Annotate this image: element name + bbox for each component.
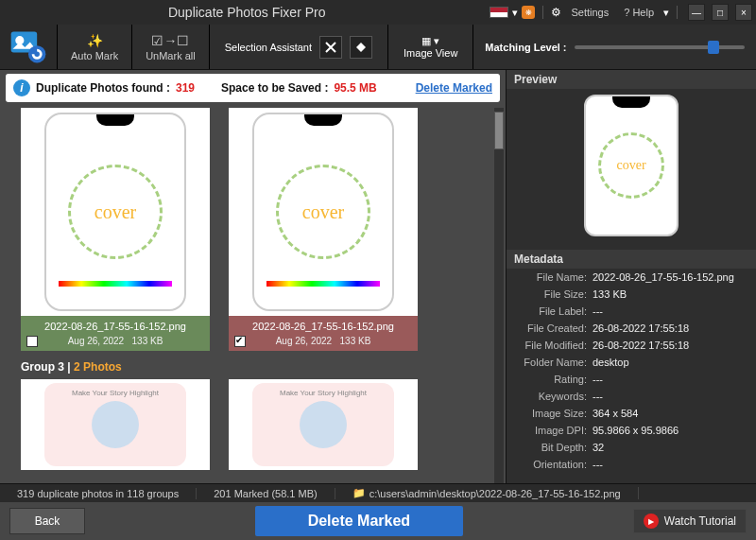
meta-val: --- bbox=[593, 391, 603, 402]
settings-button[interactable]: Settings bbox=[565, 5, 614, 20]
group-header: Group 3 | 2 Photos bbox=[21, 360, 498, 374]
meta-key: File Modified: bbox=[512, 340, 593, 351]
play-icon: ▶ bbox=[644, 514, 659, 529]
status-bar: 319 duplicate photos in 118 groups 201 M… bbox=[0, 483, 756, 502]
meta-val: 133 KB bbox=[593, 288, 627, 300]
meta-key: Folder Name: bbox=[512, 357, 593, 368]
photo-thumbnail[interactable]: cover bbox=[229, 108, 418, 316]
titlebar-right: ▾ ❋ ⚙ Settings ? Help ▾ — □ × bbox=[490, 4, 752, 21]
unmark-all-label: UnMark all bbox=[146, 50, 196, 61]
preview-box: cover bbox=[507, 89, 756, 250]
image-view-label: Image View bbox=[404, 47, 457, 59]
meta-key: File Created: bbox=[512, 322, 593, 334]
svg-point-2 bbox=[28, 45, 45, 62]
photo-card[interactable]: cover 2022-08-26_17-55-16-152.png Aug 26… bbox=[21, 108, 210, 351]
maximize-button[interactable]: □ bbox=[712, 4, 729, 21]
slider-thumb[interactable] bbox=[708, 41, 719, 54]
selection-assistant-label: Selection Assistant bbox=[225, 42, 312, 53]
meta-val: --- bbox=[593, 305, 603, 317]
matching-level-slider[interactable] bbox=[575, 45, 745, 49]
meta-val: --- bbox=[593, 459, 603, 470]
photo-filename: 2022-08-26_17-55-16-152.png bbox=[44, 321, 186, 332]
meta-val: 26-08-2022 17:55:18 bbox=[593, 322, 689, 334]
thumb-text: Make Your Story Highlight bbox=[280, 389, 367, 397]
help-dropdown-icon[interactable]: ▾ bbox=[663, 7, 669, 19]
watch-tutorial-label: Watch Tutorial bbox=[664, 514, 736, 528]
status-marked: 201 Marked (58.1 MB) bbox=[197, 488, 335, 499]
gear-icon: ⚙ bbox=[551, 6, 561, 19]
select-checkbox[interactable] bbox=[26, 336, 38, 347]
matching-level-control: Matching Level : bbox=[473, 25, 756, 69]
wand-icon: ✨ bbox=[87, 33, 103, 48]
auto-mark-label: Auto Mark bbox=[71, 50, 118, 61]
toolbar: ✨ Auto Mark ☑→☐ UnMark all Selection Ass… bbox=[0, 25, 756, 70]
minimize-button[interactable]: — bbox=[688, 4, 705, 21]
meta-key: Orientation: bbox=[512, 459, 593, 470]
group-count: 2 Photos bbox=[74, 360, 122, 374]
photo-filename: 2022-08-26_17-55-16-152.png bbox=[252, 321, 394, 332]
card-row: Make Your Story Highlight Make Your Stor… bbox=[21, 379, 498, 470]
title-bar: Duplicate Photos Fixer Pro ▾ ❋ ⚙ Setting… bbox=[0, 0, 756, 25]
thumb-text: cover bbox=[598, 132, 664, 199]
meta-val: 26-08-2022 17:55:18 bbox=[593, 340, 689, 351]
found-label: Duplicate Photos found : bbox=[36, 81, 170, 95]
selection-assistant-btn2[interactable] bbox=[350, 36, 372, 59]
scrollbar-thumb[interactable] bbox=[494, 112, 504, 149]
side-panel: Preview cover Metadata File Name:2022-08… bbox=[506, 70, 756, 483]
watch-tutorial-button[interactable]: ▶ Watch Tutorial bbox=[633, 509, 747, 533]
app-title: Duplicate Photos Fixer Pro bbox=[4, 5, 490, 20]
uncheck-icon: ☑→☐ bbox=[151, 33, 189, 48]
unmark-all-button[interactable]: ☑→☐ UnMark all bbox=[132, 25, 209, 69]
photo-size: 133 KB bbox=[132, 336, 163, 346]
delete-marked-button[interactable]: Delete Marked bbox=[255, 506, 463, 536]
auto-mark-button[interactable]: ✨ Auto Mark bbox=[58, 25, 131, 69]
language-flag-icon[interactable] bbox=[490, 7, 508, 18]
help-button[interactable]: ? Help bbox=[618, 5, 660, 20]
app-logo bbox=[0, 25, 57, 69]
selection-assistant-btn1[interactable] bbox=[319, 36, 342, 59]
select-checkbox[interactable] bbox=[234, 336, 246, 347]
notification-badge[interactable]: ❋ bbox=[522, 6, 535, 19]
thumb-text: cover bbox=[68, 165, 163, 259]
results-scroll-area: cover 2022-08-26_17-55-16-152.png Aug 26… bbox=[0, 108, 506, 483]
back-button[interactable]: Back bbox=[9, 508, 85, 534]
metadata-table: File Name:2022-08-26_17-55-16-152.png Fi… bbox=[507, 269, 756, 483]
card-row: cover 2022-08-26_17-55-16-152.png Aug 26… bbox=[21, 108, 498, 351]
scrollbar[interactable] bbox=[494, 108, 504, 483]
found-count: 319 bbox=[176, 81, 195, 95]
meta-key: File Size: bbox=[512, 288, 593, 300]
folder-icon: 📁 bbox=[352, 487, 366, 499]
meta-val: 95.9866 x 95.9866 bbox=[593, 425, 679, 436]
photo-card[interactable]: Make Your Story Highlight bbox=[229, 379, 418, 470]
photo-meta: 2022-08-26_17-55-16-152.png Aug 26, 2022… bbox=[229, 316, 418, 351]
matching-level-label: Matching Level : bbox=[485, 42, 566, 53]
photo-card[interactable]: cover 2022-08-26_17-55-16-152.png Aug 26… bbox=[229, 108, 418, 351]
language-dropdown-icon[interactable]: ▾ bbox=[512, 7, 518, 19]
preview-header: Preview bbox=[507, 70, 756, 89]
preview-image[interactable]: cover bbox=[584, 95, 679, 236]
meta-key: Bit Depth: bbox=[512, 442, 593, 453]
photo-size: 133 KB bbox=[340, 336, 371, 346]
photo-card[interactable]: Make Your Story Highlight bbox=[21, 379, 210, 470]
photo-thumbnail[interactable]: Make Your Story Highlight bbox=[21, 379, 210, 470]
photo-thumbnail[interactable]: Make Your Story Highlight bbox=[229, 379, 418, 470]
thumb-text: cover bbox=[276, 165, 370, 259]
photo-thumbnail[interactable]: cover bbox=[21, 108, 210, 316]
selection-assistant-group: Selection Assistant bbox=[210, 25, 387, 69]
meta-key: Image DPI: bbox=[512, 425, 593, 436]
status-path: c:\users\admin\desktop\2022-08-26_17-55-… bbox=[369, 488, 621, 499]
image-view-button[interactable]: ▦ ▾ Image View bbox=[388, 25, 472, 69]
group-label: Group 3 bbox=[21, 360, 64, 374]
meta-key: File Name: bbox=[512, 271, 593, 283]
meta-key: File Label: bbox=[512, 305, 593, 317]
meta-val: 2022-08-26_17-55-16-152.png bbox=[593, 271, 734, 283]
info-icon: i bbox=[13, 79, 30, 96]
delete-marked-link[interactable]: Delete Marked bbox=[416, 81, 492, 95]
close-button[interactable]: × bbox=[735, 4, 752, 21]
meta-key: Keywords: bbox=[512, 391, 593, 402]
status-count: 319 duplicate photos in 118 groups bbox=[0, 488, 197, 499]
meta-key: Rating: bbox=[512, 374, 593, 385]
stats-bar: i Duplicate Photos found : 319 Space to … bbox=[6, 74, 500, 102]
meta-val: desktop bbox=[593, 357, 629, 368]
results-panel: i Duplicate Photos found : 319 Space to … bbox=[0, 70, 506, 483]
